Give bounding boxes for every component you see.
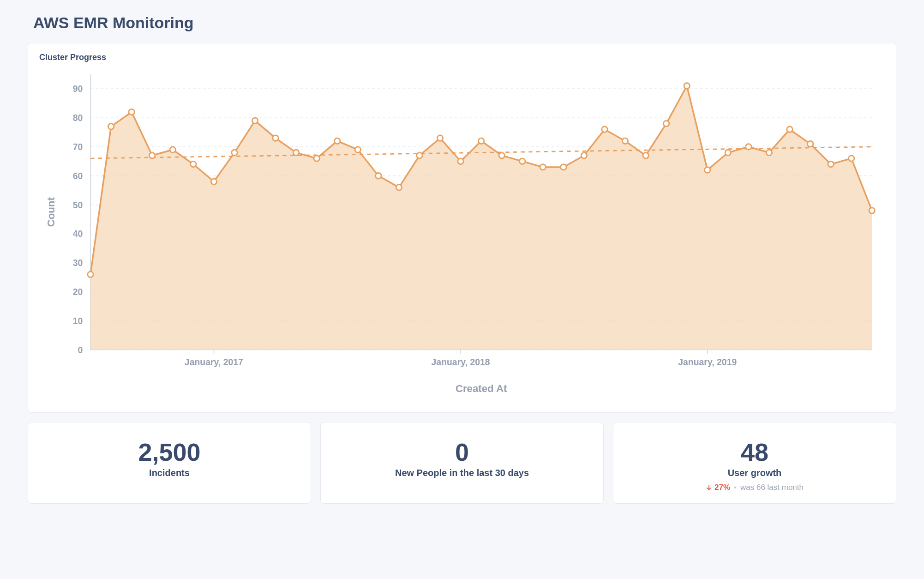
svg-text:January, 2017: January, 2017 — [185, 357, 243, 367]
delta-percent: 27% — [714, 483, 730, 492]
stat-value: 0 — [330, 439, 594, 465]
svg-point-41 — [458, 158, 463, 164]
stat-user-growth: 48 User growth 27% • was 66 last month — [613, 422, 896, 504]
svg-point-44 — [520, 158, 525, 164]
svg-point-49 — [622, 138, 628, 144]
svg-point-39 — [417, 153, 422, 158]
stat-new-people: 0 New People in the last 30 days — [320, 422, 604, 504]
svg-point-60 — [848, 156, 854, 161]
svg-point-50 — [643, 153, 648, 158]
svg-point-55 — [746, 144, 751, 150]
svg-point-47 — [581, 153, 587, 158]
svg-point-43 — [499, 153, 504, 158]
svg-text:70: 70 — [73, 142, 83, 152]
svg-point-23 — [88, 271, 93, 277]
stat-label: New People in the last 30 days — [330, 468, 594, 478]
svg-point-28 — [191, 161, 196, 167]
svg-point-48 — [602, 127, 607, 132]
svg-text:60: 60 — [73, 171, 83, 181]
svg-point-61 — [869, 208, 875, 213]
cluster-progress-card: Cluster Progress 0102030405060708090Janu… — [28, 43, 896, 413]
chart-title: Cluster Progress — [39, 53, 885, 62]
svg-text:January, 2019: January, 2019 — [678, 357, 737, 367]
svg-text:50: 50 — [73, 200, 83, 210]
svg-text:90: 90 — [73, 84, 83, 94]
svg-point-36 — [355, 147, 360, 152]
svg-point-51 — [663, 121, 669, 126]
svg-point-38 — [396, 185, 402, 190]
cluster-progress-chart: 0102030405060708090January, 2017January,… — [39, 68, 885, 401]
svg-text:Created At: Created At — [456, 383, 507, 394]
svg-point-32 — [273, 135, 278, 141]
delta-note: was 66 last month — [740, 483, 804, 492]
stat-label: User growth — [623, 468, 887, 478]
svg-text:80: 80 — [73, 113, 83, 123]
svg-text:10: 10 — [73, 316, 83, 326]
svg-point-56 — [766, 150, 772, 155]
svg-point-40 — [437, 135, 443, 141]
stat-value: 2,500 — [37, 439, 301, 465]
svg-point-53 — [705, 167, 710, 173]
svg-point-34 — [314, 156, 319, 161]
delta-dot: • — [734, 483, 737, 492]
svg-text:20: 20 — [73, 287, 83, 297]
svg-point-35 — [334, 138, 340, 144]
svg-point-52 — [684, 83, 690, 89]
svg-point-24 — [108, 124, 114, 129]
svg-point-25 — [129, 109, 134, 115]
svg-point-45 — [540, 164, 546, 170]
page-title: AWS EMR Monitoring — [28, 14, 896, 32]
svg-point-26 — [149, 153, 155, 158]
stat-incidents: 2,500 Incidents — [28, 422, 311, 504]
svg-point-27 — [170, 147, 175, 152]
svg-point-42 — [478, 138, 484, 144]
growth-delta: 27% • was 66 last month — [623, 483, 887, 492]
stat-value: 48 — [623, 439, 887, 465]
svg-point-31 — [252, 118, 258, 123]
stats-row: 2,500 Incidents 0 New People in the last… — [28, 422, 896, 504]
svg-point-57 — [787, 127, 792, 132]
svg-text:January, 2018: January, 2018 — [432, 357, 490, 367]
svg-point-46 — [561, 164, 566, 170]
stat-label: Incidents — [37, 468, 301, 478]
svg-text:30: 30 — [73, 258, 83, 268]
svg-point-37 — [376, 173, 381, 178]
svg-point-54 — [725, 150, 731, 155]
svg-point-58 — [807, 141, 813, 146]
svg-text:Count: Count — [45, 197, 57, 227]
svg-text:0: 0 — [78, 345, 83, 355]
svg-point-59 — [828, 161, 834, 167]
svg-point-33 — [293, 150, 299, 155]
svg-point-29 — [211, 179, 216, 184]
svg-point-30 — [232, 150, 237, 155]
arrow-down-icon: 27% — [706, 483, 730, 492]
svg-text:40: 40 — [73, 229, 83, 239]
